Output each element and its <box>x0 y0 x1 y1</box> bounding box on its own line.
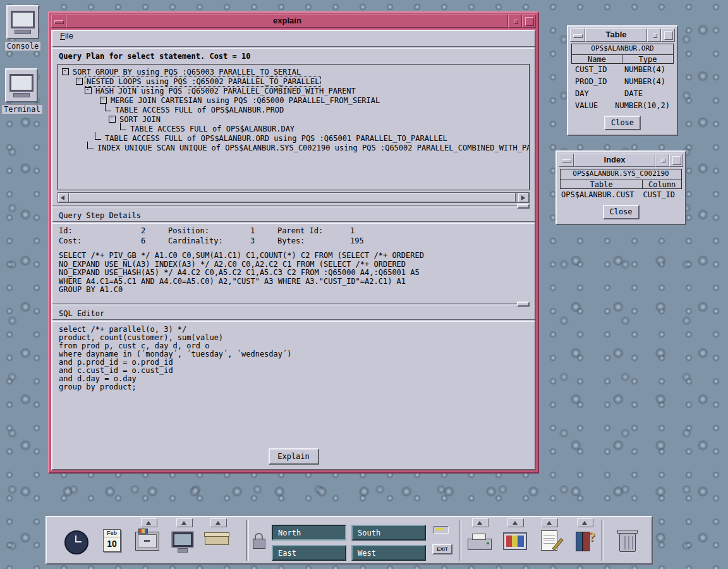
table-row[interactable]: DAY DATE <box>570 88 675 100</box>
cardinality-value: 3 <box>250 236 277 245</box>
scroll-left-icon[interactable] <box>58 193 69 202</box>
close-button[interactable]: Close <box>604 116 641 130</box>
parent-id-value: 1 <box>350 226 355 235</box>
workspace-button-east[interactable]: East <box>272 545 346 561</box>
terminal-monitor-icon[interactable] <box>5 68 38 102</box>
desktop: Console Terminal explain File Query Plan… <box>0 0 728 569</box>
separator-line <box>52 205 517 207</box>
file-tag <box>138 529 148 534</box>
section-separator <box>52 221 535 224</box>
console-monitor-icon[interactable] <box>6 5 39 39</box>
minimize-button[interactable] <box>647 28 661 42</box>
clock-face <box>64 530 88 554</box>
tree-node[interactable]: TABLE ACCESS FULL of OPS$ALANBUR.PROD <box>59 105 528 114</box>
table-row[interactable]: CUST_ID NUMBER(4) <box>570 64 675 76</box>
cost-value: 6 <box>141 236 168 245</box>
tree-node[interactable]: SORT GROUP BY using PQS :Q65003 PARALLEL… <box>59 67 528 76</box>
trash-can-art <box>619 533 636 552</box>
selected-tree-node[interactable]: NESTED LOOPS using PQS :Q65002 PARALLEL_… <box>85 77 320 86</box>
step-fields-row1: Id:2Position:1Parent Id:1 <box>52 226 535 236</box>
query-plan-tree[interactable]: SORT GROUP BY using PQS :Q65003 PARALLEL… <box>58 64 530 190</box>
collapse-minus-icon[interactable] <box>62 68 69 75</box>
scroll-right-icon[interactable] <box>518 193 529 202</box>
position-value: 1 <box>250 226 277 235</box>
terminal-icon[interactable] <box>168 526 197 559</box>
panel-divider <box>246 520 249 561</box>
scrollbar-thumb[interactable] <box>69 193 516 202</box>
tree-node[interactable]: MERGE JOIN CARTESIAN using PQS :Q65000 P… <box>59 95 528 105</box>
cell-name: VALUE <box>575 101 615 112</box>
separator-line <box>52 303 517 305</box>
cell-table: OPS$ALANBUR.CUST <box>561 190 643 201</box>
table-row[interactable]: VALUE NUMBER(10,2) <box>570 100 675 112</box>
help-icon[interactable] <box>570 526 599 559</box>
style-manager-icon[interactable] <box>500 526 530 559</box>
tree-node[interactable]: TABLE ACCESS FULL of OPS$ALANBUR.DAY <box>59 124 528 133</box>
window-menu-button[interactable] <box>559 154 574 167</box>
help-books-art <box>574 530 595 551</box>
table-titlebar[interactable]: Table <box>570 28 675 42</box>
sash-handle[interactable] <box>517 204 530 209</box>
explain-button[interactable]: Explain <box>269 448 319 465</box>
trash-icon[interactable] <box>613 526 642 559</box>
collapse-minus-icon[interactable] <box>76 78 83 85</box>
sash-handle[interactable] <box>517 302 530 307</box>
window-menu-button[interactable] <box>570 28 585 42</box>
exit-button[interactable]: EXIT <box>432 544 452 554</box>
scrollbar-track[interactable] <box>69 193 518 202</box>
explain-titlebar[interactable]: explain <box>51 15 536 28</box>
window-title: Table <box>585 28 647 42</box>
collapse-minus-icon[interactable] <box>85 87 92 94</box>
desktop-icon-terminal[interactable]: Terminal <box>1 68 42 117</box>
workspace-button-south[interactable]: South <box>351 525 426 541</box>
index-titlebar[interactable]: Index <box>559 154 683 167</box>
button-row: Explain <box>52 444 535 469</box>
style-manager-art <box>503 532 527 550</box>
file-drawer-art <box>135 532 159 551</box>
index-row[interactable]: OPS$ALANBUR.CUST CUST_ID <box>559 189 683 201</box>
tree-node[interactable]: HASH JOIN using PQS :Q65002 PARALLEL_COM… <box>59 86 528 95</box>
close-button-row: Close <box>570 112 675 133</box>
tree-node[interactable]: TABLE ACCESS FULL of OPS$ALANBUR.ORD usi… <box>59 133 528 143</box>
terminal-screen <box>9 74 33 92</box>
collapse-minus-icon[interactable] <box>109 116 116 123</box>
workspace-button-west[interactable]: West <box>351 545 426 561</box>
console-screen <box>11 11 35 28</box>
sql-editor-input[interactable]: select /*+ parallel(o, 3) */ product, co… <box>59 326 528 440</box>
tree-node[interactable]: INDEX UNIQUE SCAN UNIQUE of OPS$ALANBUR.… <box>59 143 528 152</box>
calendar-icon[interactable]: Feb 10 <box>97 526 126 559</box>
clock-icon[interactable] <box>62 526 91 559</box>
busy-light <box>434 526 449 534</box>
minimize-button[interactable] <box>508 15 522 28</box>
maximize-button[interactable] <box>669 154 683 167</box>
close-button[interactable]: Close <box>603 205 640 219</box>
maximize-button[interactable] <box>522 15 536 28</box>
collapse-minus-icon[interactable] <box>100 97 107 104</box>
file-menu[interactable]: File <box>58 31 76 40</box>
window-title: explain <box>66 15 508 28</box>
file-manager-icon[interactable] <box>133 526 162 559</box>
mail-icon[interactable] <box>202 526 231 559</box>
tree-node[interactable]: NESTED LOOPS using PQS :Q65002 PARALLEL_… <box>59 76 528 86</box>
index-object-name: OPS$ALANBUR.SYS_C002190 <box>560 169 682 180</box>
printer-icon[interactable] <box>465 526 494 559</box>
text-editor-art <box>541 530 557 551</box>
tree-connector <box>95 132 101 140</box>
panel-divider <box>602 520 604 561</box>
step-sql-text: SELECT /*+ PIV_GB */ A1.C0 C0,SUM(A1.C1)… <box>59 252 528 298</box>
maximize-button[interactable] <box>661 28 675 42</box>
workspace-button-north[interactable]: North <box>272 525 346 541</box>
table-row[interactable]: PROD_ID NUMBER(4) <box>570 76 675 88</box>
tree-connector <box>120 123 126 130</box>
minimize-button[interactable] <box>655 154 669 167</box>
step-fields-row2: Cost:6Cardinality:3Bytes:195 <box>52 236 535 247</box>
window-menu-button[interactable] <box>51 15 66 28</box>
tree-connector <box>87 142 94 149</box>
lock-icon[interactable] <box>253 539 265 549</box>
cell-name: PROD_ID <box>575 77 624 88</box>
desktop-icon-console[interactable]: Console <box>3 5 43 54</box>
text-editor-icon[interactable] <box>535 526 564 559</box>
front-panel: Feb 10 North South East West EXIT <box>46 516 653 565</box>
tree-horizontal-scrollbar[interactable] <box>58 192 530 203</box>
tree-node[interactable]: SORT JOIN <box>59 114 528 124</box>
